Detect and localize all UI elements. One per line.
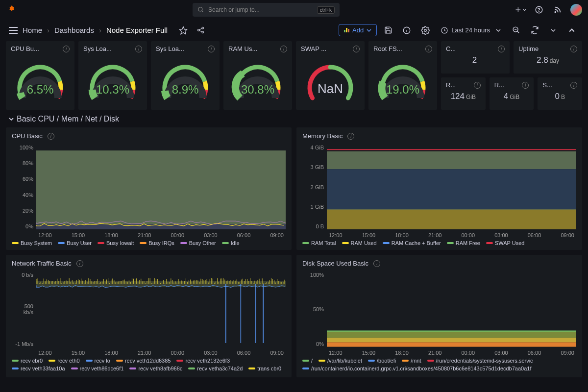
time-range-picker[interactable]: Last 24 hours bbox=[437, 24, 505, 36]
x-axis: 12:0015:0018:0021:0000:0003:0006:0009:00 bbox=[36, 232, 286, 238]
svg-rect-200 bbox=[327, 331, 576, 338]
gauge-panel[interactable]: Sys Loa...i 8.9% bbox=[151, 41, 220, 110]
info-icon[interactable]: i bbox=[76, 260, 83, 267]
gauge-value: 10.3% bbox=[83, 83, 142, 97]
legend-item[interactable]: RAM Used bbox=[342, 240, 377, 246]
info-icon[interactable]: i bbox=[280, 46, 287, 52]
info-icon[interactable]: i bbox=[347, 133, 354, 140]
chart-panel-cpu[interactable]: CPU Basici 100%80%60%40%20%0% 12:0015:00… bbox=[6, 127, 292, 250]
search-shortcut: ctrl+k bbox=[317, 6, 335, 14]
legend-item[interactable]: Busy System bbox=[12, 240, 52, 246]
legend-item[interactable]: Busy User bbox=[58, 240, 92, 246]
stat-panel[interactable]: Uptimei 2.8day bbox=[514, 41, 582, 74]
stat-value: 4GiB bbox=[494, 92, 529, 101]
zoom-out-icon[interactable] bbox=[509, 23, 523, 38]
stat-panel[interactable]: R...i 124GiB bbox=[441, 77, 486, 110]
add-icon[interactable] bbox=[514, 4, 526, 16]
stat-panel[interactable]: C...i 2 bbox=[441, 41, 510, 74]
crumb-home[interactable]: Home bbox=[23, 26, 42, 34]
plot-area[interactable]: 12:0015:0018:0021:0000:0003:0006:0009:00 bbox=[327, 145, 576, 229]
info-icon[interactable]: i bbox=[63, 46, 70, 52]
settings-icon[interactable] bbox=[418, 23, 433, 38]
info-icon[interactable]: i bbox=[373, 260, 380, 267]
legend-item[interactable]: SWAP Used bbox=[486, 240, 525, 246]
info-icon[interactable]: i bbox=[48, 133, 54, 140]
legend-item[interactable]: recv lo bbox=[86, 358, 110, 364]
legend-item[interactable]: /var/lib/kubelet bbox=[318, 358, 362, 364]
rss-icon[interactable] bbox=[552, 4, 564, 16]
info-icon[interactable]: i bbox=[570, 46, 577, 52]
collapse-icon[interactable] bbox=[564, 23, 579, 38]
info-icon[interactable]: i bbox=[353, 46, 360, 52]
legend-item[interactable]: recv cbr0 bbox=[12, 358, 43, 364]
info-icon[interactable]: i bbox=[135, 46, 142, 52]
avatar[interactable] bbox=[570, 4, 582, 16]
save-icon[interactable] bbox=[381, 23, 395, 38]
grafana-logo[interactable] bbox=[6, 4, 18, 16]
legend-item[interactable]: recv veth33faa10a bbox=[12, 366, 65, 371]
panel-title: Root FS... bbox=[373, 45, 402, 52]
legend: recv cbr0recv eth0recv lorecv veth12dd63… bbox=[12, 358, 286, 373]
menu-toggle-icon[interactable] bbox=[9, 27, 18, 34]
gauge-panel[interactable]: CPU Bu...i 6.5% bbox=[6, 41, 74, 110]
legend-item[interactable]: Idle bbox=[222, 240, 240, 246]
legend-item[interactable]: Busy Iowait bbox=[98, 240, 134, 246]
legend-item[interactable]: /run/credentials/systemd-sysusers.servic bbox=[427, 358, 533, 364]
panel-title: RAM Us... bbox=[228, 45, 257, 52]
info-icon[interactable]: i bbox=[498, 46, 505, 52]
share-icon[interactable] bbox=[195, 24, 207, 36]
dashboard-info-icon[interactable] bbox=[399, 23, 414, 38]
search-input[interactable]: Search or jump to... ctrl+k bbox=[193, 3, 340, 17]
legend-item[interactable]: /run/containerd/io.containerd.grpc.v1.cr… bbox=[302, 366, 532, 371]
refresh-interval-picker[interactable] bbox=[546, 23, 561, 38]
chart-panel-net[interactable]: Network Traffic Basici 0 b/s-500 kb/s-1 … bbox=[6, 255, 292, 377]
info-icon[interactable]: i bbox=[474, 82, 481, 89]
legend-item[interactable]: recv vetha3c74a2d bbox=[188, 366, 243, 371]
info-icon[interactable]: i bbox=[208, 46, 215, 52]
legend-item[interactable]: recv veth2132e6f3 bbox=[176, 358, 230, 364]
legend-item[interactable]: RAM Total bbox=[302, 240, 336, 246]
add-button[interactable]: Add bbox=[339, 24, 377, 36]
chart-panel-disk[interactable]: Disk Space Used Basici 100%50%0% 12:0015… bbox=[296, 255, 582, 377]
legend-item[interactable]: RAM Cache + Buffer bbox=[383, 240, 441, 246]
legend-item[interactable]: Busy Other bbox=[180, 240, 216, 246]
legend-item[interactable]: recv veth86dce6f1 bbox=[71, 366, 124, 371]
gauge-panel[interactable]: RAM Us...i 30.8% bbox=[223, 41, 292, 110]
panel-title: CPU Bu... bbox=[11, 45, 39, 52]
plot-area[interactable]: 12:0015:0018:0021:0000:0003:0006:0009:00 bbox=[36, 145, 286, 229]
search-placeholder: Search or jump to... bbox=[208, 6, 260, 13]
gauge-value: 6.5% bbox=[11, 83, 70, 97]
plot-area[interactable]: 12:0015:0018:0021:0000:0003:0006:0009:00 bbox=[327, 272, 576, 347]
help-icon[interactable] bbox=[533, 4, 545, 16]
legend-item[interactable]: recv veth12dd6385 bbox=[116, 358, 171, 364]
chart-panel-mem[interactable]: Memory Basici 4 GiB3 GiB2 GiB1 GiB0 B 12… bbox=[296, 127, 582, 250]
info-icon[interactable]: i bbox=[425, 46, 432, 52]
legend-item[interactable]: / bbox=[302, 358, 313, 364]
panel-title: Network Traffic Basic bbox=[12, 260, 72, 267]
legend-item[interactable]: /mnt bbox=[402, 358, 421, 364]
section-toggle[interactable]: Basic CPU / Mem / Net / Disk bbox=[9, 115, 582, 123]
gauge-panel[interactable]: SWAP ...i NaN bbox=[296, 41, 365, 110]
stat-panel[interactable]: S...i 0B bbox=[538, 77, 582, 110]
star-icon[interactable] bbox=[177, 24, 189, 36]
legend-item[interactable]: /boot/efi bbox=[368, 358, 396, 364]
gauge-panel[interactable]: Sys Loa...i 10.3% bbox=[78, 41, 147, 110]
info-icon[interactable]: i bbox=[570, 82, 577, 89]
crumb-current[interactable]: Node Exporter Full bbox=[106, 26, 168, 34]
gauge-value: NaN bbox=[301, 81, 360, 97]
legend-item[interactable]: Busy IRQs bbox=[140, 240, 174, 246]
stat-panel[interactable]: R...i 4GiB bbox=[490, 77, 534, 110]
legend-item[interactable]: trans cbr0 bbox=[248, 366, 281, 371]
crumb-dashboards[interactable]: Dashboards bbox=[54, 26, 94, 34]
panel-title: R... bbox=[446, 81, 456, 89]
refresh-icon[interactable] bbox=[527, 23, 542, 38]
svg-point-6 bbox=[555, 12, 556, 13]
info-icon[interactable]: i bbox=[522, 82, 529, 89]
y-axis: 100%50%0% bbox=[302, 272, 327, 347]
legend-item[interactable]: recv veth8afb968c bbox=[129, 366, 182, 371]
x-axis: 12:0015:0018:0021:0000:0003:0006:0009:00 bbox=[36, 350, 286, 356]
plot-area[interactable]: 12:0015:0018:0021:0000:0003:0006:0009:00 bbox=[36, 272, 286, 347]
legend-item[interactable]: RAM Free bbox=[447, 240, 480, 246]
legend-item[interactable]: recv eth0 bbox=[49, 358, 79, 364]
gauge-panel[interactable]: Root FS...i 19.0% bbox=[368, 41, 437, 110]
